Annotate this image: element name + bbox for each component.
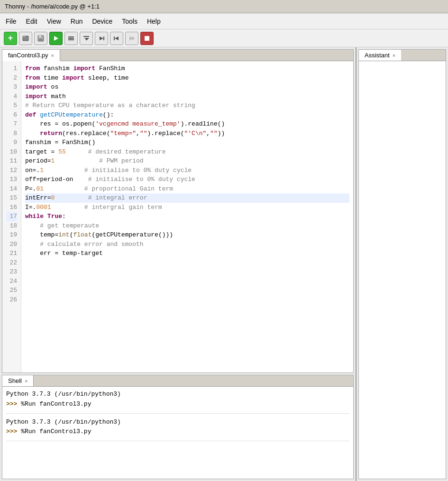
menu-run[interactable]: Run <box>69 17 85 26</box>
assistant-tab-close-icon[interactable]: × <box>393 53 395 58</box>
svg-marker-17 <box>132 36 135 41</box>
shell-info-1: Python 3.7.3 (/usr/bin/python3) <box>6 417 349 427</box>
menu-file[interactable]: File <box>4 17 18 26</box>
shell-prompt-0: >>> <box>6 400 21 408</box>
debug-button[interactable] <box>64 32 78 45</box>
svg-rect-7 <box>68 38 74 39</box>
shell-cmd-1: >>> %Run fanControl3.py <box>6 427 349 437</box>
svg-marker-14 <box>115 36 119 40</box>
title-text: Thonny - /home/ai/code.py @ +1:1 <box>5 3 100 10</box>
tab-assistant[interactable]: Assistant × <box>359 50 401 61</box>
menu-edit[interactable]: Edit <box>24 17 39 26</box>
svg-marker-16 <box>129 36 133 41</box>
save-file-button[interactable] <box>34 32 47 45</box>
shell-cmd-0: >>> %Run fanControl3.py <box>6 399 349 409</box>
shell-tab-bar: Shell × <box>2 375 353 387</box>
shell-info-0: Python 3.7.3 (/usr/bin/python3) <box>6 390 349 399</box>
line-numbers: 1234567891011121314151617181920212223242… <box>2 61 21 372</box>
left-panel: fanControl3.py × 12345678910111213141516… <box>0 47 357 481</box>
new-file-button[interactable]: + <box>4 32 17 45</box>
menu-tools[interactable]: Tools <box>120 17 139 26</box>
assistant-body <box>359 61 446 479</box>
step-into-button[interactable] <box>95 32 108 45</box>
svg-marker-12 <box>100 36 103 40</box>
svg-rect-13 <box>103 36 104 40</box>
shell-panel: Shell × Python 3.7.3 (/usr/bin/python3)>… <box>2 375 354 479</box>
shell-command-text-1: %Run fanControl3.py <box>21 428 91 435</box>
step-out-button[interactable] <box>110 32 123 45</box>
tab-fancontrol[interactable]: fanControl3.py × <box>2 50 60 61</box>
svg-rect-6 <box>68 36 74 37</box>
assistant-tab-bar: Assistant × <box>359 50 446 61</box>
editor-area: fanControl3.py × 12345678910111213141516… <box>2 49 354 373</box>
code-content[interactable]: from fanshim import FanShimfrom time imp… <box>21 61 353 372</box>
title-bar: Thonny - /home/ai/code.py @ +1:1 <box>0 0 448 13</box>
menu-view[interactable]: View <box>45 17 63 26</box>
menu-bar: File Edit View Run Device Tools Help <box>0 13 448 29</box>
svg-rect-4 <box>39 39 43 41</box>
main-layout: fanControl3.py × 12345678910111213141516… <box>0 47 448 481</box>
open-file-button[interactable] <box>19 32 32 45</box>
menu-device[interactable]: Device <box>90 17 114 26</box>
assistant-tab-label: Assistant <box>365 52 390 59</box>
toolbar: + <box>0 29 448 47</box>
svg-rect-8 <box>68 39 74 40</box>
tab-shell[interactable]: Shell × <box>2 375 34 386</box>
stop-button[interactable] <box>140 32 154 45</box>
svg-rect-1 <box>23 36 26 37</box>
svg-rect-9 <box>83 36 89 37</box>
svg-rect-11 <box>86 38 87 40</box>
svg-rect-18 <box>145 36 149 41</box>
shell-tab-close-icon[interactable]: × <box>25 378 27 384</box>
svg-rect-3 <box>39 36 41 37</box>
resume-button[interactable] <box>125 32 138 45</box>
svg-rect-15 <box>114 36 115 40</box>
code-editor[interactable]: 1234567891011121314151617181920212223242… <box>2 61 353 372</box>
step-over-button[interactable] <box>80 32 93 45</box>
run-button[interactable] <box>49 32 63 45</box>
tab-label: fanControl3.py <box>8 52 48 59</box>
tab-close-icon[interactable]: × <box>51 53 54 58</box>
shell-section-0: Python 3.7.3 (/usr/bin/python3)>>> %Run … <box>6 390 349 414</box>
shell-command-text-0: %Run fanControl3.py <box>21 400 91 408</box>
svg-marker-5 <box>54 36 58 41</box>
shell-prompt-1: >>> <box>6 428 21 435</box>
shell-section-1: Python 3.7.3 (/usr/bin/python3)>>> %Run … <box>6 417 349 442</box>
shell-content[interactable]: Python 3.7.3 (/usr/bin/python3)>>> %Run … <box>2 387 353 479</box>
right-panel: Assistant × <box>358 49 446 479</box>
menu-help[interactable]: Help <box>145 17 163 26</box>
editor-tab-bar: fanControl3.py × <box>2 50 353 61</box>
shell-tab-label: Shell <box>8 377 22 384</box>
